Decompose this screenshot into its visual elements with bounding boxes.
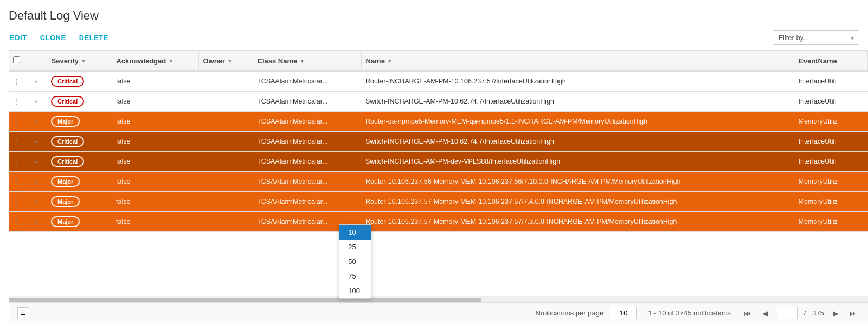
cell-checkbox[interactable]: ⋮ bbox=[9, 132, 25, 152]
cell-expand[interactable]: » bbox=[25, 212, 47, 232]
cell-classname: TCSAAlarmMetricalar... bbox=[253, 152, 361, 172]
cell-scrollbar-filler bbox=[859, 112, 868, 132]
cell-owner bbox=[198, 132, 253, 152]
col-label-eventname: EventName bbox=[799, 57, 837, 65]
row-menu-icon[interactable]: ⋮ bbox=[13, 77, 21, 86]
cell-checkbox[interactable]: ⋮ bbox=[9, 92, 25, 112]
last-page-button[interactable]: ⏭ bbox=[847, 308, 859, 319]
filter-dropdown: Filter by... bbox=[773, 30, 859, 45]
col-header-classname[interactable]: Class Name ▼ bbox=[253, 51, 361, 71]
expand-panel-button[interactable]: ☰ bbox=[17, 307, 29, 319]
row-menu-icon[interactable]: ⋮ bbox=[13, 157, 21, 166]
expand-row-icon[interactable]: » bbox=[34, 158, 37, 165]
cell-owner bbox=[198, 112, 253, 132]
cell-acknowledged: false bbox=[112, 192, 198, 212]
row-menu-icon[interactable]: ⋮ bbox=[13, 137, 21, 146]
dropdown-option[interactable]: 100 bbox=[339, 283, 371, 298]
expand-row-icon[interactable]: » bbox=[34, 218, 37, 225]
expand-row-icon[interactable]: » bbox=[34, 98, 37, 105]
table-row: ⋮ » Major false TCSAAlarmMetricalar... R… bbox=[9, 192, 868, 212]
cell-severity: Major bbox=[47, 192, 112, 212]
toolbar: EDIT CLONE DELETE Filter by... bbox=[9, 31, 868, 44]
cell-expand[interactable]: » bbox=[25, 172, 47, 192]
col-header-checkbox bbox=[9, 51, 25, 71]
select-all-checkbox[interactable] bbox=[13, 56, 20, 63]
row-menu-icon[interactable]: ⋮ bbox=[13, 97, 21, 106]
col-header-acknowledged[interactable]: Acknowledged ▼ bbox=[112, 51, 198, 71]
col-header-name[interactable]: Name ▼ bbox=[361, 51, 794, 71]
next-page-button[interactable]: ▶ bbox=[831, 308, 841, 319]
table-footer: ☰ Notifications per page 10255075100 1 -… bbox=[9, 302, 868, 323]
col-header-scrollbar bbox=[859, 51, 868, 71]
dropdown-option[interactable]: 50 bbox=[339, 254, 371, 269]
dropdown-option[interactable]: 25 bbox=[339, 240, 371, 254]
cell-checkbox[interactable]: ⋮ bbox=[9, 192, 25, 212]
scrollbar-thumb[interactable] bbox=[9, 298, 481, 302]
cell-expand[interactable]: » bbox=[25, 112, 47, 132]
table-row: ⋮ » Critical false TCSAAlarmMetricalar..… bbox=[9, 71, 868, 92]
cell-severity: Major bbox=[47, 172, 112, 192]
col-label-acknowledged: Acknowledged bbox=[117, 57, 166, 65]
row-menu-icon[interactable]: ⋮ bbox=[13, 217, 21, 226]
edit-button[interactable]: EDIT bbox=[9, 31, 28, 44]
page-number-input[interactable]: 1 bbox=[777, 307, 798, 319]
cell-name: Router-10.106.237.57-Memory-MEM-10.106.2… bbox=[361, 212, 794, 232]
horizontal-scrollbar[interactable] bbox=[9, 296, 868, 302]
row-menu-icon[interactable]: ⋮ bbox=[13, 177, 21, 186]
cell-classname: TCSAAlarmMetricalar... bbox=[253, 71, 361, 92]
cell-checkbox[interactable]: ⋮ bbox=[9, 172, 25, 192]
sort-icon-classname[interactable]: ▼ bbox=[299, 58, 305, 64]
cell-checkbox[interactable]: ⋮ bbox=[9, 152, 25, 172]
cell-checkbox[interactable]: ⋮ bbox=[9, 112, 25, 132]
cell-expand[interactable]: » bbox=[25, 92, 47, 112]
col-header-expand bbox=[25, 51, 47, 71]
expand-row-icon[interactable]: » bbox=[34, 178, 37, 185]
col-header-owner[interactable]: Owner ▼ bbox=[198, 51, 253, 71]
cell-expand[interactable]: » bbox=[25, 192, 47, 212]
table-body: ⋮ » Critical false TCSAAlarmMetricalar..… bbox=[9, 71, 868, 232]
first-page-button[interactable]: ⏮ bbox=[742, 308, 754, 319]
sort-icon-owner[interactable]: ▼ bbox=[227, 58, 233, 64]
table-row: ⋮ » Critical false TCSAAlarmMetricalar..… bbox=[9, 132, 868, 152]
cell-expand[interactable]: » bbox=[25, 152, 47, 172]
cell-checkbox[interactable]: ⋮ bbox=[9, 212, 25, 232]
cell-scrollbar-filler bbox=[859, 132, 868, 152]
dropdown-option[interactable]: 75 bbox=[339, 269, 371, 283]
sort-icon-acknowledged[interactable]: ▼ bbox=[168, 58, 173, 64]
pagination-total-pages: 375 bbox=[812, 309, 824, 317]
cell-eventname: MemoryUtiliz bbox=[794, 212, 859, 232]
row-menu-icon[interactable]: ⋮ bbox=[13, 197, 21, 206]
per-page-input[interactable] bbox=[610, 307, 637, 319]
cell-checkbox[interactable]: ⋮ bbox=[9, 71, 25, 92]
expand-row-icon[interactable]: » bbox=[34, 78, 37, 85]
per-page-label: Notifications per page bbox=[535, 309, 603, 317]
page-container: Default Log View EDIT CLONE DELETE Filte… bbox=[0, 0, 868, 323]
cell-severity: Critical bbox=[47, 132, 112, 152]
sort-icon-name[interactable]: ▼ bbox=[387, 58, 393, 64]
row-menu-icon[interactable]: ⋮ bbox=[13, 117, 21, 126]
col-header-severity[interactable]: Severity ▼ bbox=[47, 51, 112, 71]
filter-select[interactable]: Filter by... bbox=[773, 30, 859, 45]
cell-eventname: MemoryUtiliz bbox=[794, 172, 859, 192]
clone-button[interactable]: CLONE bbox=[39, 31, 67, 44]
expand-row-icon[interactable]: » bbox=[34, 118, 37, 125]
per-page-dropdown: 10255075100 bbox=[339, 224, 371, 299]
dropdown-option[interactable]: 10 bbox=[339, 225, 371, 240]
severity-badge: Major bbox=[51, 176, 80, 187]
cell-severity: Critical bbox=[47, 152, 112, 172]
cell-classname: TCSAAlarmMetricalar... bbox=[253, 192, 361, 212]
prev-page-button[interactable]: ◀ bbox=[760, 308, 770, 319]
severity-badge: Critical bbox=[51, 96, 84, 107]
col-label-owner: Owner bbox=[203, 57, 225, 65]
cell-severity: Major bbox=[47, 212, 112, 232]
severity-badge: Major bbox=[51, 216, 80, 227]
delete-button[interactable]: DELETE bbox=[78, 31, 110, 44]
cell-owner bbox=[198, 192, 253, 212]
table-row: ⋮ » Major false TCSAAlarmMetricalar... R… bbox=[9, 172, 868, 192]
sort-icon-severity[interactable]: ▼ bbox=[81, 58, 86, 64]
expand-row-icon[interactable]: » bbox=[34, 138, 37, 145]
cell-expand[interactable]: » bbox=[25, 132, 47, 152]
expand-row-icon[interactable]: » bbox=[34, 198, 37, 205]
col-header-eventname[interactable]: EventName bbox=[794, 51, 859, 71]
cell-expand[interactable]: » bbox=[25, 71, 47, 92]
